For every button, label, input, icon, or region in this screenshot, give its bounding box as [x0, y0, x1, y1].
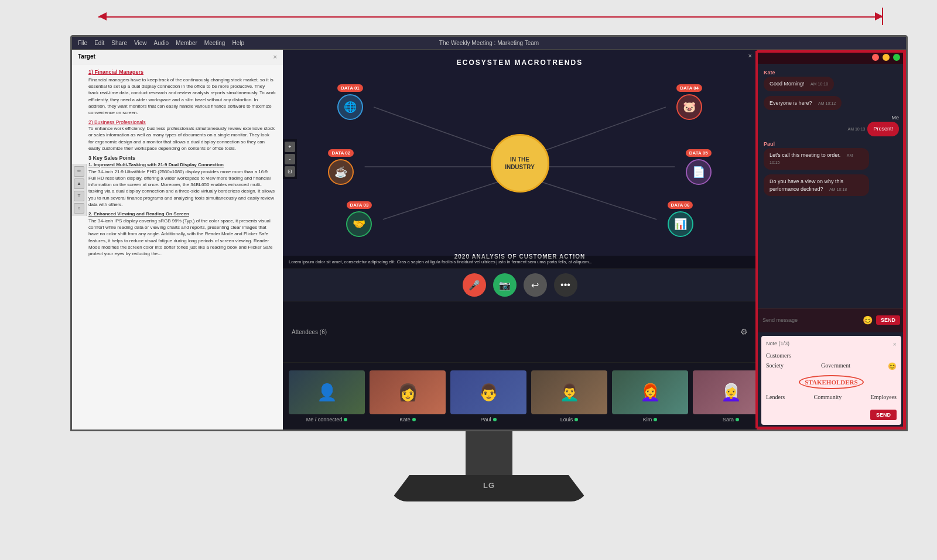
slide-content: ECOSYSTEM MACROTRENDS IN THEINDUSTRY DAT…: [283, 50, 757, 269]
message-me: Me Present! AM 10:13: [764, 115, 899, 136]
attendees-settings-icon[interactable]: ⚙: [740, 327, 748, 336]
center-panel: × + - ⊡ ECOSYSTEM MACROTRENDS: [283, 50, 757, 430]
menu-bar: File Edit Share View Audio Member Meetin…: [72, 37, 906, 50]
menu-edit[interactable]: Edit: [94, 40, 104, 46]
note-employees: Employees: [871, 393, 897, 401]
note-close[interactable]: ×: [893, 341, 897, 348]
menu-file[interactable]: File: [78, 40, 87, 46]
data-node-05-label: DATA 05: [686, 149, 712, 157]
toolbar-shape[interactable]: ○: [74, 203, 84, 214]
svg-line-5: [538, 181, 657, 219]
data-node-01-label: DATA 01: [337, 84, 363, 92]
data-node-02-icon: ☕: [328, 159, 354, 185]
doc-section1-text: Financial managers have to keep track of…: [88, 77, 276, 116]
chat-input[interactable]: [762, 317, 859, 323]
slide-fit[interactable]: ⊡: [285, 166, 295, 177]
arrow-line: [98, 16, 883, 18]
note-panel: Note (1/3) × Customers Society Governmen…: [761, 336, 901, 425]
slide-zoom-out[interactable]: -: [285, 154, 295, 164]
menu-audio[interactable]: Audio: [154, 40, 169, 46]
note-send-button[interactable]: SEND: [870, 410, 897, 420]
toolbar-pencil[interactable]: ✏: [74, 166, 84, 177]
message-kate-1: Kate Good Morning! AM 10:10: [764, 70, 899, 91]
data-node-02-label: DATA 02: [328, 149, 354, 157]
left-panel-header: Target ×: [72, 50, 283, 64]
attendee-me-face: 👤: [289, 370, 365, 414]
attendee-kim-face: 👩‍🦰: [612, 370, 688, 414]
presentation-controls: 🎤 📷 ↩ •••: [283, 269, 757, 301]
toolbar-text[interactable]: T: [74, 191, 84, 201]
attendee-sara-video: 👩‍🦳: [693, 370, 757, 414]
doc-section2-title-highlight: 2) Business Professionals: [88, 119, 146, 125]
attendee-sara-name: Sara: [723, 417, 739, 422]
attendee-sara-face: 👩‍🦳: [693, 370, 757, 414]
measurement-arrow: [98, 5, 883, 31]
toolbar-highlight[interactable]: ▲: [74, 178, 84, 189]
note-lenders: Lenders: [766, 393, 785, 401]
message-paul-1: Paul Let's call this meeting to order. A…: [764, 141, 899, 170]
menu-help[interactable]: Help: [232, 40, 244, 46]
slide-toolbar: + - ⊡: [283, 139, 297, 179]
attendee-louis-name: Louis: [560, 417, 579, 422]
slide-zoom-in[interactable]: +: [285, 142, 295, 152]
attendee-kim-name: Kim: [643, 417, 658, 422]
message-time-kate-2: AM 10:12: [818, 101, 836, 105]
message-bubble-paul-2: Do you have a view on why this performan…: [764, 174, 869, 196]
data-node-05: DATA 05 📄: [686, 149, 712, 185]
attendee-paul: 👨 Paul: [450, 370, 526, 422]
message-sender-paul: Paul: [764, 141, 775, 147]
attendees-bar: Attendees (6) ⚙: [283, 301, 757, 362]
attendee-paul-video: 👨: [450, 370, 526, 414]
more-button[interactable]: •••: [554, 273, 577, 297]
message-bubble-kate-1: Good Morning! AM 10:10: [764, 77, 834, 91]
attendee-sara: 👩‍🦳 Sara: [693, 370, 757, 422]
monitor: File Edit Share View Audio Member Meetin…: [70, 35, 908, 525]
menu-share[interactable]: Share: [111, 40, 127, 46]
chat-dot-red: [872, 54, 879, 61]
note-community: Community: [813, 393, 842, 401]
data-node-04-label: DATA 04: [676, 84, 702, 92]
data-node-01: DATA 01 🌐: [337, 84, 363, 120]
mic-button[interactable]: 🎤: [463, 273, 486, 297]
attendee-kate-face: 👩: [370, 370, 446, 414]
message-bubble-me: Present!: [867, 122, 899, 136]
data-node-05-icon: 📄: [686, 159, 712, 185]
screen-content: File Edit Share View Audio Member Meetin…: [72, 37, 906, 430]
attendees-videos: 👤 Me / connected 👩: [283, 362, 757, 430]
attendee-me: 👤 Me / connected: [289, 370, 365, 422]
menu-meeting[interactable]: Meeting: [204, 40, 225, 46]
note-customers: Customers: [766, 351, 897, 360]
chat-messages[interactable]: Kate Good Morning! AM 10:10 Everyone is …: [758, 64, 905, 308]
message-bubble-paul-1: Let's call this meeting to order. AM 10:…: [764, 148, 869, 170]
share-button[interactable]: ↩: [524, 273, 547, 297]
attendee-sara-status: [736, 418, 739, 421]
data-node-03-icon: 🤝: [346, 211, 372, 237]
doc-subsection1-text: The 34-inch 21:9 UltraWide FHD (2560x108…: [88, 169, 276, 208]
data-node-03: DATA 03 🤝: [346, 201, 372, 237]
doc-subsection1: 1. Improved Multi-Tasking with 21:9 Dual…: [88, 162, 276, 167]
data-node-04: DATA 04 🐷: [676, 84, 702, 120]
chat-header: [758, 51, 905, 64]
menu-view[interactable]: View: [134, 40, 147, 46]
document-panel-close[interactable]: ×: [273, 53, 277, 60]
menu-member[interactable]: Member: [176, 40, 197, 46]
presentation-close[interactable]: ×: [744, 50, 757, 61]
attendee-paul-name: Paul: [480, 417, 496, 422]
chat-input-area: 😊 SEND: [758, 308, 905, 332]
video-button[interactable]: 📷: [493, 273, 517, 297]
main-area: Target × ✏ ▲ T ○ 1) Financial Managers: [72, 50, 906, 430]
chat-dot-yellow: [883, 54, 890, 61]
left-toolbar: ✏ ▲ T ○: [72, 164, 87, 216]
chat-panel: Kate Good Morning! AM 10:10 Everyone is …: [757, 50, 906, 430]
attendee-kate-status: [412, 418, 416, 421]
meeting-title: The Weekly Meeting : Marketing Team: [439, 40, 539, 46]
chat-send-button[interactable]: SEND: [876, 315, 900, 325]
message-paul-2: Do you have a view on why this performan…: [764, 174, 899, 196]
attendee-kim-status: [654, 418, 657, 421]
slide-body-text: Lorem ipsum dolor sit amet, consectetur …: [283, 256, 757, 269]
svg-line-0: [374, 107, 506, 154]
attendee-louis-video: 👨‍🦱: [531, 370, 607, 414]
attendee-me-name: Me / connected: [306, 417, 348, 422]
emoji-button[interactable]: 😊: [863, 315, 873, 325]
note-society: Society: [766, 361, 784, 372]
